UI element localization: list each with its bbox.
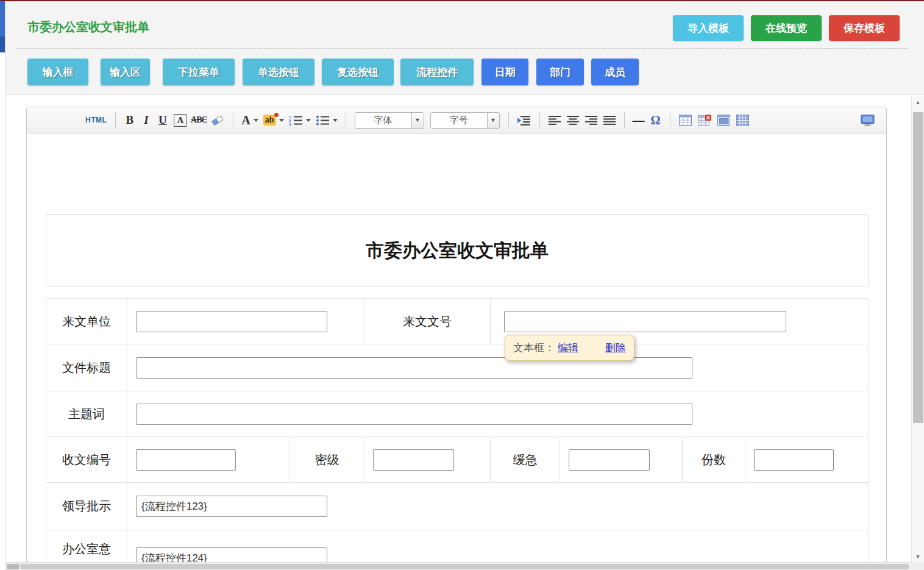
label-urgency: 缓急: [491, 437, 560, 482]
tooltip-delete-link[interactable]: 删除: [605, 341, 626, 355]
cell-receipt-number: [127, 437, 290, 482]
widget-checkbox-button[interactable]: 复选按钮: [322, 59, 394, 85]
security-level-input[interactable]: [373, 449, 454, 471]
widget-flow-control-button[interactable]: 流程控件: [400, 59, 474, 85]
widget-input-box-button[interactable]: 输入框: [27, 59, 88, 85]
widget-department-button[interactable]: 部门: [536, 59, 584, 85]
widget-radio-button[interactable]: 单选按钮: [243, 59, 315, 85]
document-title-box[interactable]: 市委办公室收文审批单: [46, 214, 869, 287]
svg-text:3: 3: [289, 123, 291, 126]
cell-incoming-unit: [127, 299, 364, 344]
fullscreen-button[interactable]: [861, 115, 875, 126]
online-preview-button[interactable]: 在线预览: [751, 15, 822, 41]
page: 市委办公室收文审批单 导入模板 在线预览 保存模板 输入框 输入区 下拉菜单 单…: [0, 0, 924, 570]
import-template-button[interactable]: 导入模板: [673, 15, 744, 41]
delete-table-icon: [698, 115, 711, 126]
align-right-button[interactable]: [585, 116, 597, 125]
scroll-up-arrow-icon[interactable]: ▲: [912, 99, 924, 105]
editor-canvas[interactable]: 市委办公室收文审批单 来文单位 来文文号 文件标题: [27, 134, 886, 570]
font-color-button[interactable]: A: [241, 113, 258, 127]
indent-button[interactable]: [517, 115, 531, 126]
delete-table-button[interactable]: [698, 115, 711, 126]
form-table: 来文单位 来文文号 文件标题: [46, 298, 869, 570]
html-source-button[interactable]: HTML: [85, 116, 107, 124]
unordered-list-icon: [316, 115, 330, 126]
tooltip-edit-link[interactable]: 编辑: [558, 341, 578, 355]
toolbar-separator: [539, 112, 540, 128]
document-number-input[interactable]: [504, 311, 786, 332]
widget-dropdown-button[interactable]: 下拉菜单: [163, 59, 235, 85]
widget-date-button[interactable]: 日期: [482, 59, 528, 85]
horizontal-rule-button[interactable]: —: [630, 113, 647, 127]
widget-tooltip: 文本框： 编辑 删除: [505, 335, 634, 361]
char-border-button[interactable]: A: [174, 114, 187, 127]
widget-member-button[interactable]: 成员: [591, 59, 639, 85]
remove-format-eraser-icon[interactable]: [211, 115, 224, 126]
align-center-button[interactable]: [567, 116, 579, 125]
ordered-list-button[interactable]: 1 2 3: [289, 115, 311, 126]
ordered-list-icon: 1 2 3: [289, 115, 303, 126]
copies-input[interactable]: [754, 449, 834, 471]
header-panel: 市委办公室收文审批单 导入模板 在线预览 保存模板 输入框 输入区 下拉菜单 单…: [5, 1, 924, 94]
widget-input-area-button[interactable]: 输入区: [101, 59, 150, 85]
highlight-color-button[interactable]: ab: [263, 115, 284, 126]
table-cell-properties-button[interactable]: [717, 115, 730, 126]
page-title: 市委办公室收文审批单: [27, 19, 149, 35]
cell-document-title: [127, 344, 868, 391]
align-right-icon: [585, 116, 597, 125]
align-justify-button[interactable]: [603, 116, 616, 125]
table-row: 文件标题: [46, 344, 868, 391]
label-subject-words: 主题词: [46, 391, 127, 436]
header-actions: 导入模板 在线预览 保存模板: [673, 15, 900, 41]
left-strip-dark-segment: [0, 37, 5, 52]
table-properties-icon: [736, 115, 749, 126]
strikethrough-button[interactable]: ABC: [190, 115, 208, 125]
incoming-unit-input[interactable]: [136, 311, 327, 332]
cell-subject-words: [127, 391, 868, 436]
table-row: 收文编号 密级 缓急 份数: [46, 437, 868, 483]
urgency-input[interactable]: [569, 449, 650, 471]
toolbar-separator: [115, 112, 116, 128]
monitor-icon: [861, 115, 875, 126]
unordered-list-button[interactable]: [316, 115, 338, 126]
italic-button[interactable]: I: [138, 113, 154, 127]
editor-toolbar: HTML B I U A ABC A: [27, 107, 886, 134]
rich-text-editor: HTML B I U A ABC A: [26, 107, 887, 570]
label-document-title: 文件标题: [46, 344, 127, 391]
horizontal-scrollbar[interactable]: [5, 562, 911, 570]
toolbar-separator: [508, 112, 509, 128]
label-leader-instructions: 领导批示: [46, 483, 127, 530]
widget-button-row: 输入框 输入区 下拉菜单 单选按钮 复选按钮 流程控件 日期 部门 成员: [27, 59, 639, 85]
chevron-down-icon: [306, 119, 311, 122]
font-size-select[interactable]: 字号 ▼: [430, 112, 500, 129]
insert-table-icon: [679, 115, 692, 126]
scroll-down-arrow-icon[interactable]: ▼: [912, 554, 924, 560]
indent-icon: [517, 115, 531, 126]
align-left-button[interactable]: [549, 116, 561, 125]
cell-urgency: [560, 437, 683, 482]
subject-words-input[interactable]: [136, 404, 692, 425]
save-template-button[interactable]: 保存模板: [829, 15, 900, 41]
special-character-button[interactable]: Ω: [647, 113, 664, 127]
horizontal-scrollbar-thumb[interactable]: [20, 564, 909, 569]
tooltip-label: 文本框：: [513, 341, 555, 355]
leader-instructions-input[interactable]: [136, 496, 327, 517]
align-center-icon: [567, 116, 579, 125]
label-document-number: 来文文号: [364, 299, 491, 344]
table-properties-button[interactable]: [736, 115, 749, 126]
bold-button[interactable]: B: [121, 113, 138, 127]
insert-table-button[interactable]: [679, 115, 692, 126]
label-copies: 份数: [683, 437, 745, 482]
cell-security-level: [364, 437, 491, 482]
align-left-icon: [549, 116, 561, 125]
underline-button[interactable]: U: [154, 113, 171, 127]
font-family-select[interactable]: 字体 ▼: [355, 112, 424, 129]
receipt-number-input[interactable]: [136, 449, 236, 471]
label-incoming-unit: 来文单位: [46, 299, 127, 344]
vertical-scrollbar-thumb[interactable]: [913, 112, 923, 423]
chevron-down-icon: [254, 119, 258, 122]
horizontal-scrollbar-button[interactable]: [7, 564, 19, 569]
toolbar-separator: [346, 112, 346, 128]
left-blue-strip: [0, 1, 5, 52]
vertical-scrollbar[interactable]: ▲ ▼: [911, 96, 924, 562]
